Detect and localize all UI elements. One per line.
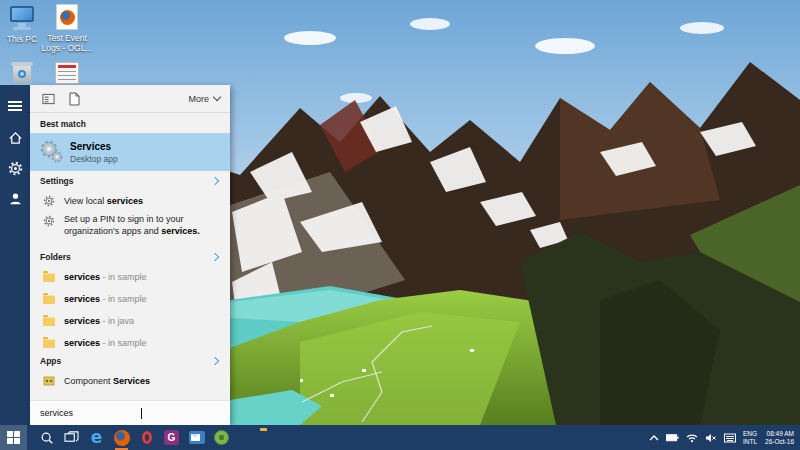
battery-icon bbox=[666, 433, 679, 442]
task-view-button[interactable] bbox=[59, 425, 84, 450]
settings-section-header[interactable]: Settings bbox=[30, 173, 230, 189]
tray-expand-chevron[interactable] bbox=[649, 434, 659, 442]
green-badge-icon bbox=[214, 430, 229, 445]
volume-indicator[interactable] bbox=[705, 433, 717, 443]
task-view-icon bbox=[64, 431, 79, 444]
language-indicator[interactable]: ENG INTL bbox=[743, 430, 757, 446]
chevron-right-icon bbox=[211, 177, 219, 185]
apps-filter-icon[interactable] bbox=[42, 93, 55, 105]
folder-icon bbox=[42, 317, 56, 326]
touch-keyboard-indicator[interactable] bbox=[724, 433, 736, 443]
best-match-subtitle: Desktop app bbox=[70, 154, 118, 164]
services-gears-icon bbox=[38, 139, 64, 165]
taskbar-search-button[interactable] bbox=[34, 425, 59, 450]
speaker-muted-icon bbox=[705, 433, 717, 443]
result-folder-4[interactable]: services - in sample bbox=[30, 333, 230, 353]
recycle-bin-icon bbox=[9, 58, 35, 84]
component-services-icon bbox=[42, 375, 56, 387]
settings-gear-icon[interactable] bbox=[0, 153, 30, 183]
folder-icon bbox=[42, 273, 56, 282]
tray-date: 26-Oct-16 bbox=[765, 438, 794, 446]
search-box-row bbox=[30, 400, 230, 425]
firefox-button[interactable] bbox=[109, 425, 134, 450]
start-button[interactable] bbox=[0, 425, 27, 450]
folder-icon bbox=[42, 339, 56, 348]
desktop: This PC Test Event Logs - OGL... bbox=[0, 0, 800, 450]
g-app-button[interactable]: G bbox=[159, 425, 184, 450]
more-label: More bbox=[188, 94, 209, 104]
apps-section-header[interactable]: Apps bbox=[30, 353, 230, 369]
result-folder-2[interactable]: services - in sample bbox=[30, 289, 230, 309]
opera-button[interactable] bbox=[134, 425, 159, 450]
search-flyout-rail bbox=[0, 85, 30, 425]
chevron-right-icon bbox=[211, 253, 219, 261]
desktop-icon-label: Test Event Logs - OGL... bbox=[39, 33, 95, 53]
wifi-icon bbox=[686, 433, 698, 443]
best-match-header: Best match bbox=[30, 116, 230, 132]
search-filter-bar: More bbox=[30, 85, 230, 113]
text-caret bbox=[141, 408, 142, 419]
opera-icon bbox=[142, 431, 152, 444]
menu-icon[interactable] bbox=[0, 91, 30, 121]
this-pc-icon bbox=[7, 5, 37, 31]
network-indicator[interactable] bbox=[686, 433, 698, 443]
firefox-icon bbox=[114, 430, 130, 446]
webpage-document-icon bbox=[55, 62, 79, 84]
search-input[interactable] bbox=[40, 408, 210, 418]
system-tray: ENG INTL 08:49 AM 26-Oct-16 bbox=[649, 425, 800, 450]
g-app-icon: G bbox=[164, 430, 179, 445]
result-component-services[interactable]: Component Services bbox=[30, 371, 230, 391]
mail-button[interactable] bbox=[184, 425, 209, 450]
tray-time: 08:49 AM bbox=[765, 430, 794, 438]
chevron-right-icon bbox=[211, 357, 219, 365]
taskbar: e G bbox=[0, 425, 800, 450]
best-match-result-services[interactable]: Services Desktop app bbox=[30, 133, 230, 171]
firefox-document-icon bbox=[56, 4, 78, 30]
search-icon bbox=[40, 431, 54, 445]
user-icon[interactable] bbox=[0, 183, 30, 213]
edge-button[interactable]: e bbox=[84, 425, 109, 450]
desktop-icon-test-event-logs[interactable]: Test Event Logs - OGL... bbox=[39, 4, 95, 53]
windows-logo-icon bbox=[7, 431, 20, 444]
best-match-title: Services bbox=[70, 141, 118, 152]
gear-icon bbox=[42, 215, 56, 227]
result-folder-3[interactable]: services - in java bbox=[30, 311, 230, 331]
battery-indicator[interactable] bbox=[666, 433, 679, 442]
documents-filter-icon[interactable] bbox=[69, 92, 80, 106]
folder-icon bbox=[42, 295, 56, 304]
touch-keyboard-icon bbox=[724, 433, 736, 443]
green-app-button[interactable] bbox=[209, 425, 234, 450]
chevron-down-icon bbox=[213, 93, 221, 101]
folders-section-header[interactable]: Folders bbox=[30, 249, 230, 265]
clock[interactable]: 08:49 AM 26-Oct-16 bbox=[765, 430, 794, 446]
result-folder-1[interactable]: services - in sample bbox=[30, 267, 230, 287]
gear-icon bbox=[42, 195, 56, 207]
edge-icon: e bbox=[91, 429, 103, 446]
mail-icon bbox=[189, 431, 205, 444]
result-view-local-services[interactable]: View local services bbox=[30, 191, 230, 211]
file-explorer-button[interactable] bbox=[234, 425, 259, 450]
result-setup-pin[interactable]: Set up a PIN to sign in to your organiza… bbox=[30, 213, 230, 245]
desktop-icon-webpage-doc[interactable] bbox=[39, 62, 95, 87]
chevron-up-icon bbox=[649, 434, 659, 442]
search-results-panel: More Best match Services Desktop ap bbox=[30, 85, 230, 425]
more-dropdown[interactable]: More bbox=[188, 94, 220, 104]
home-icon[interactable] bbox=[0, 123, 30, 153]
